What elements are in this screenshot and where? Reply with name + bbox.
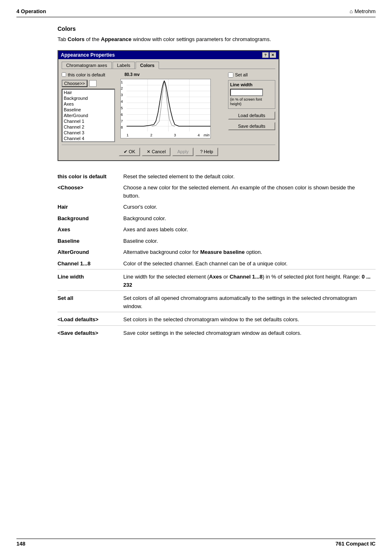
list-item[interactable]: Axes — [62, 101, 114, 107]
tab-bar: Chromatogram axes Labels Colors — [62, 62, 275, 69]
y-label-6: 6 — [121, 113, 127, 117]
def-channel: Color of the selected channel. Each chan… — [123, 258, 376, 269]
list-item[interactable]: Channel 1 — [62, 118, 114, 124]
set-all-label: Set all — [235, 72, 248, 77]
ok-label: OK — [129, 149, 135, 154]
desc-row-axes: Axes Axes and axes labels color. — [58, 224, 376, 235]
dialog-titlebar: Appearance Properties ? ✕ — [58, 51, 279, 59]
cancel-label: Cancel — [152, 149, 166, 154]
choose-button[interactable]: Choose>> — [62, 80, 88, 87]
x-icon: ✕ — [147, 149, 150, 154]
dialog-help-btn[interactable]: ? — [262, 52, 269, 58]
def-axes: Axes and axes labels color. — [123, 224, 376, 235]
page-footer: 148 761 Compact IC — [16, 539, 376, 547]
desc-row-hair: Hair Cursor's color. — [58, 201, 376, 213]
page-header: 4 Operation ⌂ Metrohm — [16, 8, 376, 17]
list-item[interactable]: Background — [62, 95, 114, 101]
term-channel: Channel 1...8 — [58, 258, 123, 269]
def-alterground: Alternative background color for Measure… — [123, 246, 376, 258]
term-background: Background — [58, 213, 123, 224]
checkmark-icon: ✔ — [124, 149, 127, 154]
dialog-body: this color is default Choose>> Hair Back… — [62, 72, 275, 142]
dialog-titlebar-buttons: ? ✕ — [262, 52, 276, 58]
right-panel: Set all Line width (in % of screen font … — [228, 72, 275, 142]
def-default-color: Reset the selected element to the defaul… — [123, 171, 376, 182]
line-width-hint: (in % of screen font height) — [230, 97, 273, 107]
tab-colors[interactable]: Colors — [136, 62, 159, 69]
term-baseline: Baseline — [58, 235, 123, 247]
desc-row-channel: Channel 1...8 Color of the selected chan… — [58, 258, 376, 269]
def-baseline: Baseline color. — [123, 235, 376, 247]
help-label: Help — [204, 149, 213, 154]
term-set-all: Set all — [58, 291, 123, 312]
chart-value-label: 80.3 mv — [125, 72, 140, 77]
list-item[interactable]: Hair — [62, 90, 114, 95]
metrohm-icon: ⌂ — [350, 8, 353, 14]
chart-panel: 80.3 mv 1 2 3 4 5 6 7 8 — [120, 72, 225, 142]
x-label-1: 1 — [127, 133, 129, 137]
default-color-label: this color is default — [68, 72, 105, 77]
list-item[interactable]: Channel 4 — [62, 136, 114, 141]
desc-row-load-defaults: <Load defaults> Set colors in the select… — [58, 312, 376, 326]
load-defaults-button[interactable]: Load defaults — [228, 111, 275, 120]
def-load-defaults: Set colors in the selected chromatogram … — [123, 312, 376, 326]
desc-row-save-defaults: <Save defaults> Save color settings in t… — [58, 325, 376, 339]
left-panel: this color is default Choose>> Hair Back… — [62, 72, 117, 142]
dialog-buttons: ✔ OK ✕ Cancel Apply ? Help — [62, 145, 275, 158]
main-content: Colors Tab Colors of the Appearance wind… — [16, 25, 376, 339]
y-label-3: 3 — [121, 93, 127, 97]
save-defaults-button[interactable]: Save defaults — [228, 122, 275, 130]
def-line-width: Line width for the selected element (Axe… — [123, 269, 376, 291]
default-color-row: this color is default — [62, 72, 117, 77]
y-label-1: 1 — [121, 80, 127, 84]
channel-bold: Channel 1...8 — [230, 274, 263, 280]
chart-svg — [127, 79, 210, 132]
desc-row-baseline: Baseline Baseline color. — [58, 235, 376, 247]
line-width-box: Line width (in % of screen font height) — [228, 80, 275, 109]
term-load-defaults: <Load defaults> — [58, 312, 123, 326]
help-button[interactable]: ? Help — [195, 147, 218, 156]
default-color-checkbox[interactable] — [62, 72, 66, 77]
appearance-properties-dialog: Appearance Properties ? ✕ Chromatogram a… — [58, 50, 279, 161]
cancel-button[interactable]: ✕ Cancel — [142, 147, 171, 156]
colors-ref: Colors — [68, 36, 85, 42]
description-table: this color is default Reset the selected… — [58, 171, 376, 339]
desc-row-alterground: AlterGround Alternative background color… — [58, 246, 376, 258]
def-background: Background color. — [123, 213, 376, 224]
dialog-content: Chromatogram axes Labels Colors this col… — [58, 59, 279, 160]
line-width-input[interactable] — [230, 89, 263, 96]
apply-label: Apply — [177, 149, 189, 154]
appearance-ref: Appearance — [101, 36, 131, 42]
tab-labels[interactable]: Labels — [113, 62, 135, 69]
list-item[interactable]: AlterGround — [62, 113, 114, 118]
list-item[interactable]: Channel 3 — [62, 130, 114, 136]
desc-row-set-all: Set all Set colors of all opened chromat… — [58, 291, 376, 312]
list-item[interactable]: Baseline — [62, 107, 114, 113]
axes-bold: Axes — [209, 274, 222, 280]
x-label-4: 4 — [198, 133, 200, 137]
term-save-defaults: <Save defaults> — [58, 325, 123, 339]
section-description: Tab Colors of the Appearance window with… — [58, 35, 376, 44]
set-all-row: Set all — [228, 72, 275, 78]
chart-unit-label: min — [203, 133, 210, 137]
list-item[interactable]: Channel 5 — [62, 141, 114, 142]
dialog-close-btn[interactable]: ✕ — [270, 52, 276, 58]
product-name: 761 Compact IC — [335, 541, 376, 547]
ok-button[interactable]: ✔ OK — [119, 147, 140, 156]
line-width-title: Line width — [230, 82, 273, 87]
set-all-checkbox[interactable] — [228, 72, 233, 78]
tab-chromatogram-axes[interactable]: Chromatogram axes — [62, 62, 112, 69]
color-item-list[interactable]: Hair Background Axes Baseline AlterGroun… — [62, 89, 115, 142]
def-hair: Cursor's color. — [123, 201, 376, 213]
desc-row-default-color: this color is default Reset the selected… — [58, 171, 376, 182]
apply-button[interactable]: Apply — [172, 147, 194, 156]
chart-y-labels: 1 2 3 4 5 6 7 8 — [121, 79, 127, 131]
desc-row-choose: <Choose> Choose a new color for the sele… — [58, 182, 376, 201]
def-choose: Choose a new color for the selected elem… — [123, 182, 376, 201]
term-alterground: AlterGround — [58, 246, 123, 258]
dialog-title: Appearance Properties — [61, 52, 115, 58]
list-item[interactable]: Channel 2 — [62, 124, 114, 130]
term-line-width: Line width — [58, 269, 123, 291]
term-choose: <Choose> — [58, 182, 123, 201]
desc-row-line-width: Line width Line width for the selected e… — [58, 269, 376, 291]
